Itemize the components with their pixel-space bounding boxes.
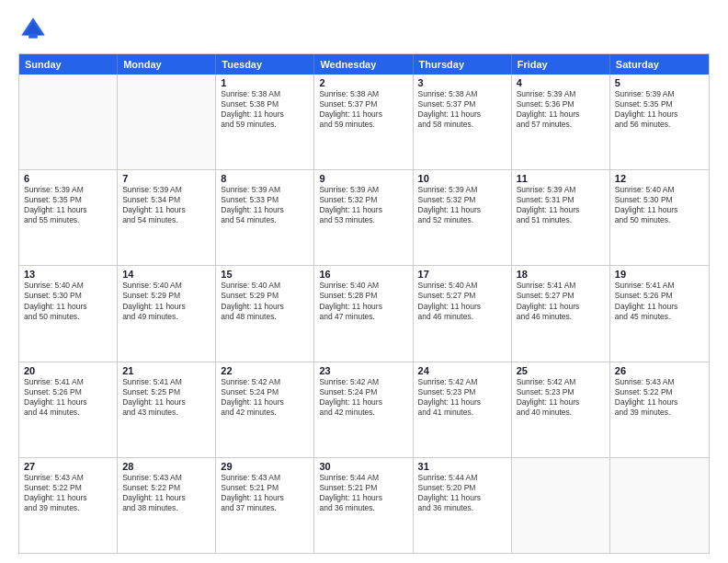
cell-info-line: Daylight: 11 hours [418,205,506,215]
cell-info-line: Daylight: 11 hours [615,397,704,408]
cell-info-line: Sunrise: 5:38 AM [319,89,407,99]
day-number: 18 [517,269,605,280]
cell-info-line: Daylight: 11 hours [24,397,112,408]
cell-info-line: and 59 minutes. [319,120,407,130]
day-number: 5 [615,77,704,88]
calendar-cell: 27Sunrise: 5:43 AMSunset: 5:22 PMDayligh… [19,458,118,553]
calendar-cell: 4Sunrise: 5:39 AMSunset: 5:36 PMDaylight… [512,75,610,169]
cell-info-line: Daylight: 11 hours [517,302,605,312]
cell-info-line: Daylight: 11 hours [24,493,112,503]
cell-info-line: Sunset: 5:24 PM [319,387,407,397]
calendar-header: SundayMondayTuesdayWednesdayThursdayFrid… [19,54,709,75]
cell-info-line: and 54 minutes. [221,215,309,225]
calendar-row-4: 20Sunrise: 5:41 AMSunset: 5:26 PMDayligh… [19,362,709,457]
day-number: 31 [418,461,506,472]
header-day-monday: Monday [118,54,216,75]
calendar-cell: 9Sunrise: 5:39 AMSunset: 5:32 PMDaylight… [314,170,413,265]
calendar-cell: 23Sunrise: 5:42 AMSunset: 5:24 PMDayligh… [314,362,413,457]
cell-info-line: Sunrise: 5:38 AM [221,89,309,99]
header [18,15,710,44]
cell-info-line: Daylight: 11 hours [24,302,112,312]
logo-icon [18,15,48,44]
cell-info-line: Sunrise: 5:43 AM [122,473,210,483]
cell-info-line: Daylight: 11 hours [122,493,210,503]
calendar-cell: 29Sunrise: 5:43 AMSunset: 5:21 PMDayligh… [216,458,314,553]
cell-info-line: and 48 minutes. [221,312,309,322]
cell-info-line: Sunset: 5:32 PM [418,195,506,205]
calendar-cell: 28Sunrise: 5:43 AMSunset: 5:22 PMDayligh… [118,458,216,553]
cell-info-line: Sunset: 5:23 PM [517,387,605,397]
cell-info-line: and 41 minutes. [418,408,506,418]
cell-info-line: Sunrise: 5:40 AM [615,185,704,195]
day-number: 30 [319,461,407,472]
cell-info-line: Sunrise: 5:40 AM [122,281,210,291]
day-number: 27 [24,461,112,472]
calendar-cell [19,75,118,169]
calendar-cell: 17Sunrise: 5:40 AMSunset: 5:27 PMDayligh… [414,266,512,361]
calendar-row-5: 27Sunrise: 5:43 AMSunset: 5:22 PMDayligh… [19,457,709,553]
cell-info-line: Sunset: 5:21 PM [319,483,407,493]
logo [18,15,51,44]
day-number: 2 [319,77,407,88]
day-number: 29 [221,461,309,472]
day-number: 8 [221,173,309,184]
calendar-cell: 20Sunrise: 5:41 AMSunset: 5:26 PMDayligh… [19,362,118,457]
cell-info-line: Daylight: 11 hours [24,205,112,215]
day-number: 17 [418,269,506,280]
cell-info-line: Sunrise: 5:39 AM [122,185,210,195]
day-number: 22 [221,365,309,376]
cell-info-line: Daylight: 11 hours [319,205,407,215]
cell-info-line: Sunrise: 5:39 AM [517,89,605,99]
header-day-tuesday: Tuesday [216,54,314,75]
cell-info-line: Daylight: 11 hours [221,302,309,312]
cell-info-line: Sunrise: 5:41 AM [24,377,112,387]
cell-info-line: Daylight: 11 hours [122,397,210,408]
cell-info-line: Daylight: 11 hours [221,397,309,408]
cell-info-line: Sunrise: 5:39 AM [319,185,407,195]
calendar-cell: 16Sunrise: 5:40 AMSunset: 5:28 PMDayligh… [314,266,413,361]
cell-info-line: Sunrise: 5:38 AM [418,89,506,99]
cell-info-line: Sunrise: 5:40 AM [221,281,309,291]
cell-info-line: and 51 minutes. [517,215,605,225]
cell-info-line: Sunset: 5:29 PM [221,291,309,301]
cell-info-line: Sunrise: 5:41 AM [122,377,210,387]
cell-info-line: and 46 minutes. [418,312,506,322]
cell-info-line: Sunset: 5:30 PM [615,195,704,205]
cell-info-line: Sunrise: 5:43 AM [221,473,309,483]
cell-info-line: Sunrise: 5:39 AM [517,185,605,195]
cell-info-line: Daylight: 11 hours [615,302,704,312]
calendar-cell: 13Sunrise: 5:40 AMSunset: 5:30 PMDayligh… [19,266,118,361]
calendar-row-2: 6Sunrise: 5:39 AMSunset: 5:35 PMDaylight… [19,169,709,265]
cell-info-line: and 42 minutes. [221,408,309,418]
calendar-cell: 19Sunrise: 5:41 AMSunset: 5:26 PMDayligh… [610,266,709,361]
cell-info-line: and 45 minutes. [615,312,704,322]
day-number: 9 [319,173,407,184]
calendar-cell: 6Sunrise: 5:39 AMSunset: 5:35 PMDaylight… [19,170,118,265]
cell-info-line: Daylight: 11 hours [517,205,605,215]
cell-info-line: Daylight: 11 hours [122,205,210,215]
day-number: 21 [122,365,210,376]
cell-info-line: Sunrise: 5:43 AM [24,473,112,483]
cell-info-line: Sunrise: 5:42 AM [418,377,506,387]
cell-info-line: Daylight: 11 hours [122,302,210,312]
calendar-cell [118,75,216,169]
cell-info-line: Daylight: 11 hours [418,397,506,408]
cell-info-line: Sunset: 5:23 PM [418,387,506,397]
cell-info-line: Sunset: 5:25 PM [122,387,210,397]
cell-info-line: Daylight: 11 hours [517,397,605,408]
cell-info-line: Daylight: 11 hours [418,109,506,120]
cell-info-line: and 59 minutes. [221,120,309,130]
calendar-cell: 8Sunrise: 5:39 AMSunset: 5:33 PMDaylight… [216,170,314,265]
cell-info-line: Sunset: 5:26 PM [615,291,704,301]
calendar-row-1: 1Sunrise: 5:38 AMSunset: 5:38 PMDaylight… [19,75,709,169]
calendar: SundayMondayTuesdayWednesdayThursdayFrid… [18,53,710,554]
cell-info-line: Sunrise: 5:39 AM [24,185,112,195]
calendar-cell: 3Sunrise: 5:38 AMSunset: 5:37 PMDaylight… [414,75,512,169]
day-number: 10 [418,173,506,184]
calendar-cell: 5Sunrise: 5:39 AMSunset: 5:35 PMDaylight… [610,75,709,169]
calendar-cell: 31Sunrise: 5:44 AMSunset: 5:20 PMDayligh… [414,458,512,553]
cell-info-line: and 39 minutes. [24,503,112,513]
cell-info-line: and 42 minutes. [319,408,407,418]
day-number: 15 [221,269,309,280]
cell-info-line: Daylight: 11 hours [418,302,506,312]
